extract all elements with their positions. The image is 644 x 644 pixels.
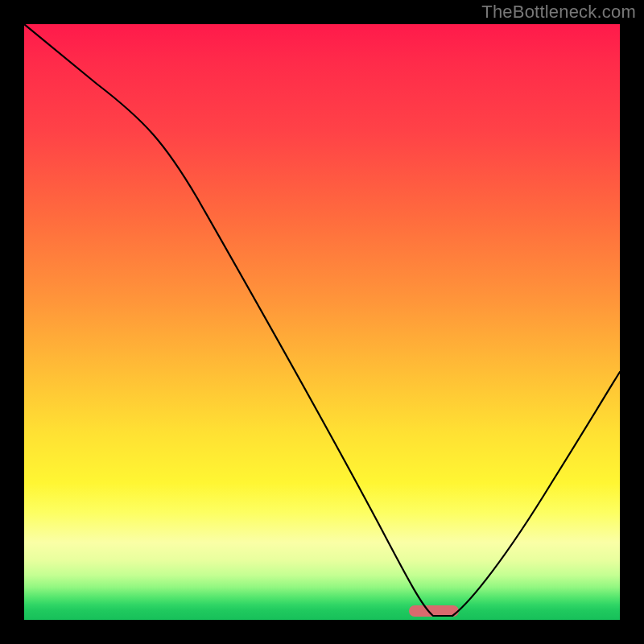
chart-stage: TheBottleneck.com bbox=[0, 0, 644, 644]
watermark-text: TheBottleneck.com bbox=[481, 2, 636, 23]
plot-area bbox=[24, 24, 620, 620]
bottleneck-curve bbox=[24, 24, 620, 616]
chart-overlay bbox=[24, 24, 620, 620]
